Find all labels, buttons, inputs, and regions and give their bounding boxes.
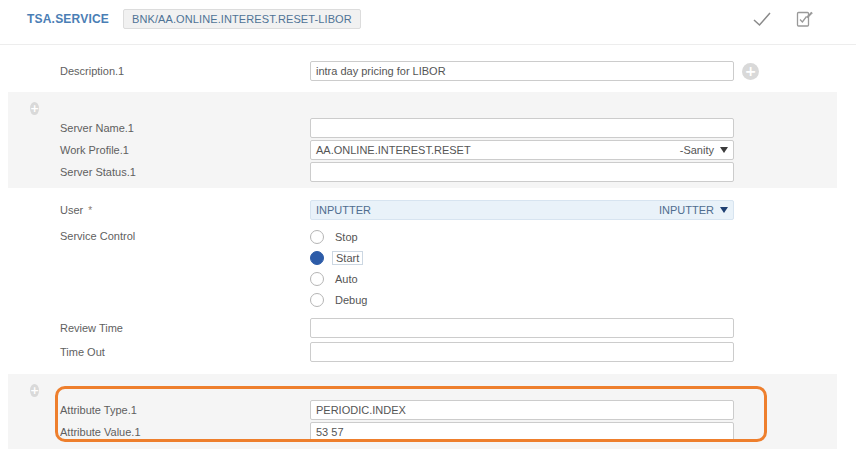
service-control-row: Service Control Stop Start Auto Debug: [0, 226, 856, 310]
work-profile-label: Work Profile.1: [8, 144, 310, 156]
user-select[interactable]: INPUTTER INPUTTER: [310, 200, 734, 220]
attribute-type-row: Attribute Type.1: [8, 400, 837, 420]
add-description-button[interactable]: +: [742, 63, 759, 80]
work-profile-select[interactable]: AA.ONLINE.INTEREST.RESET -Sanity: [310, 140, 734, 160]
user-selected-option: INPUTTER: [659, 204, 728, 216]
description-input[interactable]: [310, 61, 734, 81]
server-status-row: Server Status.1: [8, 162, 837, 182]
attribute-type-label: Attribute Type.1: [8, 404, 310, 416]
server-status-input[interactable]: [310, 162, 734, 182]
work-profile-value: AA.ONLINE.INTEREST.RESET: [316, 144, 471, 156]
attribute-value-input[interactable]: [310, 422, 734, 442]
radio-option-start[interactable]: Start: [310, 247, 367, 268]
radio-option-auto[interactable]: Auto: [310, 268, 367, 289]
review-time-input[interactable]: [310, 318, 734, 338]
validate-document-icon[interactable]: [792, 7, 816, 31]
attribute-value-label: Attribute Value.1: [8, 426, 310, 438]
page-title: TSA.SERVICE: [27, 12, 109, 26]
work-profile-row: Work Profile.1 AA.ONLINE.INTEREST.RESET …: [8, 140, 837, 160]
attribute-value-row: Attribute Value.1: [8, 422, 837, 442]
server-name-row: Server Name.1: [8, 118, 837, 138]
description-label: Description.1: [0, 65, 310, 77]
server-name-input[interactable]: [310, 118, 734, 138]
required-marker: *: [88, 205, 92, 216]
user-value: INPUTTER: [316, 204, 371, 216]
time-out-input[interactable]: [310, 342, 734, 362]
radio-option-debug[interactable]: Debug: [310, 289, 367, 310]
chevron-down-icon: [720, 207, 728, 213]
add-server-group-button[interactable]: +: [30, 102, 39, 115]
user-label: User*: [0, 204, 310, 216]
attribute-type-input[interactable]: [310, 400, 734, 420]
radio-circle-icon[interactable]: [310, 293, 324, 307]
attribute-group-band: + Attribute Type.1 Attribute Value.1: [8, 374, 837, 449]
commit-check-icon[interactable]: [750, 7, 774, 31]
radio-circle-icon[interactable]: [310, 230, 324, 244]
radio-option-stop[interactable]: Stop: [310, 226, 367, 247]
server-group-band: + Server Name.1 Work Profile.1 AA.ONLINE…: [8, 92, 837, 188]
service-control-radio-group: Stop Start Auto Debug: [310, 226, 367, 310]
tsa-service-form-page: { "header": { "title": "TSA.SERVICE", "r…: [0, 0, 856, 449]
server-name-label: Server Name.1: [8, 122, 310, 134]
time-out-row: Time Out: [0, 342, 856, 362]
time-out-label: Time Out: [0, 346, 310, 358]
chevron-down-icon: [720, 147, 728, 153]
radio-circle-selected-icon[interactable]: [310, 251, 324, 265]
service-control-label: Service Control: [0, 230, 310, 242]
radio-circle-icon[interactable]: [310, 272, 324, 286]
description-row: Description.1 +: [0, 61, 856, 81]
work-profile-selected-option: -Sanity: [680, 144, 728, 156]
review-time-row: Review Time: [0, 318, 856, 338]
server-status-label: Server Status.1: [8, 166, 310, 178]
user-row: User* INPUTTER INPUTTER: [0, 200, 856, 220]
header-divider: [0, 44, 856, 45]
record-id-badge: BNK/AA.ONLINE.INTEREST.RESET-LIBOR: [123, 9, 361, 29]
add-attribute-group-button[interactable]: +: [30, 384, 39, 397]
review-time-label: Review Time: [0, 322, 310, 334]
header-bar: TSA.SERVICE BNK/AA.ONLINE.INTEREST.RESET…: [0, 0, 856, 38]
